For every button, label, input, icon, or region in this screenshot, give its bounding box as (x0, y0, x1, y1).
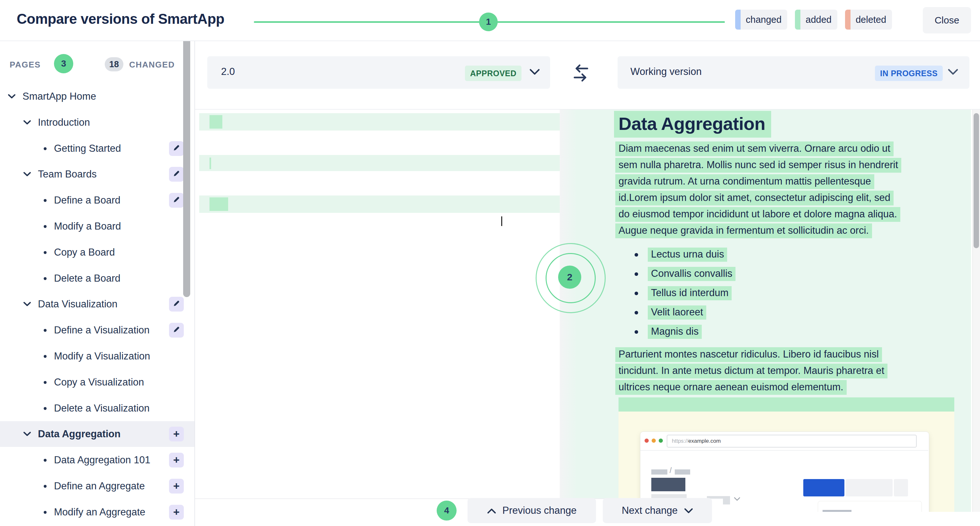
add-page-button[interactable]: + (169, 479, 184, 494)
left-doc-added-band (199, 155, 560, 171)
sidebar-item-define-an-aggregate[interactable]: Define an Aggregate+ (0, 473, 194, 499)
bullet-icon (44, 329, 46, 332)
edit-page-button[interactable] (169, 297, 184, 312)
doc-text-line: ultrices neque ornare aenean euismod ele… (615, 380, 888, 397)
legend-label: deleted (856, 14, 886, 25)
add-page-button[interactable]: + (169, 505, 184, 520)
mockup-breadcrumb-bar (651, 469, 667, 475)
add-page-button[interactable]: + (169, 453, 184, 467)
sidebar-item-modify-an-aggregate[interactable]: Modify an Aggregate+ (0, 499, 194, 525)
sidebar-item-label: Data Aggregation 101 (54, 454, 150, 466)
legend-label: added (805, 14, 832, 25)
text-cursor (501, 217, 502, 226)
edit-page-button[interactable] (169, 323, 184, 338)
sidebar-item-delete-a-visualization[interactable]: Delete a Visualization (0, 395, 194, 421)
chevron-down-icon (734, 497, 740, 502)
window-dot-red-icon (644, 438, 649, 443)
chevron-down-icon[interactable] (23, 432, 31, 437)
chevron-down-icon[interactable] (948, 69, 958, 77)
doc-text-line: id.Lorem ipsum dolor sit amet, consectet… (615, 191, 901, 207)
sidebar-item-label: Team Boards (38, 169, 97, 180)
doc-paragraph: Diam maecenas sed enim ut sem viverra. O… (615, 142, 901, 240)
chevron-up-icon (487, 505, 496, 516)
sidebar-item-label: Modify a Board (54, 220, 121, 232)
edit-page-button[interactable] (169, 141, 184, 156)
sidebar-item-team-boards[interactable]: Team Boards (0, 161, 194, 187)
sidebar-item-copy-a-board[interactable]: Copy a Board (0, 239, 194, 265)
sidebar-item-copy-a-visualization[interactable]: Copy a Visualization (0, 370, 194, 395)
changed-color-swatch (735, 10, 741, 30)
legend-pill-changed: changed (735, 10, 787, 30)
sidebar-item-getting-started[interactable]: Getting Started (0, 135, 194, 161)
edit-page-button[interactable] (169, 167, 184, 182)
added-highlight: Magnis dis (648, 325, 702, 339)
sidebar-item-data-aggregation-101[interactable]: Data Aggregation 101+ (0, 447, 194, 473)
close-button[interactable]: Close (923, 7, 971, 33)
chevron-down-icon[interactable] (8, 94, 16, 99)
dialog-header: Compare versions of SmartApp 1 changedad… (0, 0, 980, 41)
chevron-down-icon[interactable] (23, 120, 31, 125)
right-version-status-badge: IN PROGRESS (875, 65, 943, 81)
chevron-down-icon[interactable] (23, 172, 31, 177)
bullet-icon (44, 199, 46, 202)
sidebar-item-define-a-board[interactable]: Define a Board (0, 187, 194, 213)
edit-page-button[interactable] (169, 193, 184, 208)
bullet-icon (44, 355, 46, 358)
bullet-icon (635, 330, 638, 334)
bullet-icon (44, 225, 46, 228)
plus-icon: + (173, 454, 180, 465)
pencil-icon (173, 324, 180, 336)
sidebar-item-modify-a-visualization[interactable]: Modify a Visualization (0, 343, 194, 369)
window-dot-green-icon (659, 438, 663, 443)
doc-text-line: Augue neque gravida in fermentum et soll… (615, 223, 901, 240)
doc-text-line: sem nulla pharetra. Mollis nunc sed id s… (615, 158, 901, 174)
mockup-breadcrumb-separator: / (670, 466, 671, 475)
sidebar-item-data-aggregation[interactable]: Data Aggregation+ (0, 421, 194, 447)
bullet-icon (44, 485, 46, 488)
doc-bullet-list: Lectus urna duisConvallis convallisTellu… (635, 245, 735, 341)
sidebar-scrollbar[interactable] (183, 30, 190, 297)
pencil-icon (173, 143, 180, 154)
sidebar-item-label: Data Aggregation (38, 428, 121, 440)
added-highlight: Augue neque gravida in fermentum et soll… (615, 223, 872, 238)
add-page-button[interactable]: + (169, 427, 184, 442)
sidebar-item-label: Delete a Visualization (54, 403, 150, 414)
previous-change-button[interactable]: Previous change (468, 498, 596, 523)
added-highlight: id.Lorem ipsum dolor sit amet, consectet… (615, 191, 894, 206)
added-highlight: Velit laoreet (648, 306, 706, 320)
sidebar-item-label: Define a Board (54, 194, 121, 206)
plus-icon: + (173, 506, 180, 517)
pages-sidebar: PAGES 3 18 CHANGED SmartApp HomeIntroduc… (0, 40, 195, 526)
sidebar-item-delete-a-board[interactable]: Delete a Board (0, 266, 194, 291)
added-highlight: Parturient montes nascetur ridiculus. Li… (615, 347, 882, 362)
sidebar-item-introduction[interactable]: Introduction (0, 110, 194, 135)
bullet-icon (44, 277, 46, 280)
sidebar-item-data-visualization[interactable]: Data Visualization (0, 291, 194, 317)
mockup-secondary-button (846, 479, 892, 496)
changed-count-badge: 18 (105, 57, 123, 72)
onboarding-step-2-badge: 2 (558, 266, 581, 289)
left-version-name: 2.0 (221, 66, 235, 78)
next-change-button[interactable]: Next change (603, 498, 712, 523)
mockup-url-bar: https://example.com (667, 435, 917, 448)
bullet-icon (44, 459, 46, 462)
legend-pill-added: added (795, 10, 837, 30)
mockup-breadcrumb-bar (675, 469, 690, 475)
main-scrollbar[interactable] (974, 113, 979, 248)
sidebar-item-label: Copy a Board (54, 247, 115, 258)
added-empty-block (619, 397, 954, 411)
bullet-icon (635, 272, 638, 276)
chevron-down-icon[interactable] (23, 301, 31, 307)
bullet-icon (44, 407, 46, 410)
doc-heading: Data Aggregation (614, 113, 771, 134)
next-change-label: Next change (622, 505, 678, 516)
bullet-icon (635, 292, 638, 295)
sidebar-item-modify-a-board[interactable]: Modify a Board (0, 214, 194, 239)
legend-pill-deleted: deleted (845, 10, 892, 30)
sidebar-item-smartapp-home[interactable]: SmartApp Home (0, 84, 194, 109)
sidebar-item-define-a-visualization[interactable]: Define a Visualization (0, 317, 194, 343)
chevron-down-icon[interactable] (530, 69, 540, 77)
mockup-primary-button (803, 479, 845, 496)
left-doc-added-mark (210, 198, 228, 211)
swap-versions-button[interactable] (568, 61, 594, 86)
